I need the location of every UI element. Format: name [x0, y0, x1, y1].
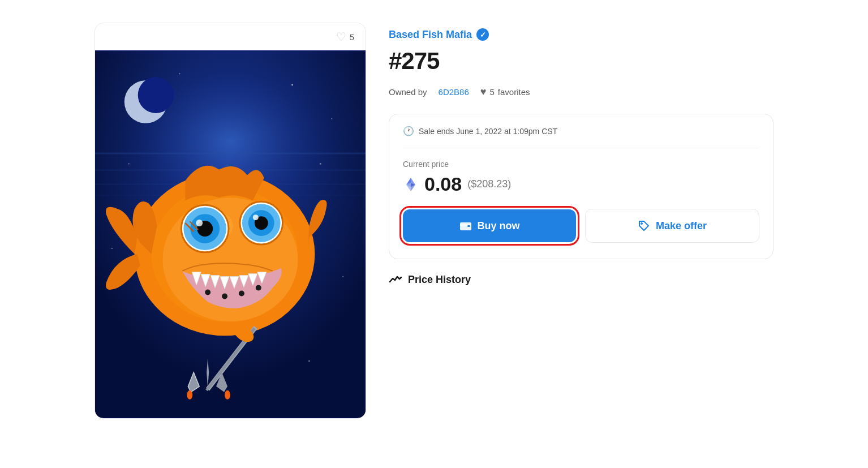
svg-point-47 [256, 285, 261, 291]
svg-point-50 [187, 390, 192, 400]
svg-rect-14 [95, 153, 366, 154]
tag-icon [638, 220, 650, 232]
wallet-icon [459, 220, 472, 232]
svg-point-11 [308, 360, 310, 362]
svg-point-8 [111, 248, 113, 249]
price-history-label: Price History [408, 274, 471, 286]
buy-now-label: Buy now [478, 220, 520, 232]
clock-icon: 🕐 [403, 126, 414, 136]
eth-icon [403, 177, 419, 192]
svg-point-51 [225, 390, 230, 400]
make-offer-label: Make offer [656, 220, 707, 232]
eth-amount: 0.08 [424, 173, 462, 195]
sale-ends-text: Sale ends June 1, 2022 at 1:09pm CST [419, 127, 557, 136]
make-offer-button[interactable]: Make offer [585, 209, 759, 243]
owned-by-label: Owned by [389, 87, 427, 97]
favorites-label: favorites [498, 87, 530, 97]
nft-token-id: #275 [389, 48, 774, 75]
current-price-label: Current price [403, 160, 759, 169]
heart-icon[interactable]: ♡ [336, 30, 346, 44]
sale-ends-row: 🕐 Sale ends June 1, 2022 at 1:09pm CST [403, 126, 759, 148]
owner-address-link[interactable]: 6D2B86 [439, 87, 469, 97]
svg-rect-60 [467, 225, 470, 227]
header-favorite-count: 5 [350, 32, 354, 42]
buy-now-button[interactable]: Buy now [403, 209, 576, 242]
svg-point-9 [342, 276, 343, 277]
svg-point-3 [179, 73, 180, 74]
action-buttons: Buy now Make offer [403, 209, 759, 243]
usd-amount: ($208.23) [467, 178, 511, 190]
nft-card-header: ♡ 5 [95, 23, 366, 50]
nft-meta: Owned by 6D2B86 ♥ 5 favorites [389, 86, 774, 98]
svg-point-6 [128, 164, 130, 165]
price-row: 0.08 ($208.23) [403, 173, 759, 195]
svg-point-13 [138, 77, 174, 113]
nft-card: ♡ 5 [94, 23, 366, 419]
svg-point-4 [291, 84, 293, 86]
svg-point-7 [320, 163, 321, 165]
sale-card: 🕐 Sale ends June 1, 2022 at 1:09pm CST C… [389, 114, 774, 259]
svg-point-61 [641, 222, 643, 225]
svg-point-5 [331, 118, 332, 119]
page-container: ♡ 5 [94, 11, 774, 419]
collection-name-row: Based Fish Mafia [389, 28, 774, 41]
svg-point-44 [205, 290, 210, 295]
favorites-meta: ♥ 5 favorites [480, 86, 530, 98]
svg-point-45 [222, 294, 227, 299]
svg-point-32 [253, 214, 259, 220]
nft-artwork [95, 50, 366, 418]
heart-filled-icon: ♥ [480, 86, 487, 98]
favorites-count: 5 [489, 87, 494, 97]
collection-name-link[interactable]: Based Fish Mafia [389, 29, 472, 41]
price-history-section: Price History [389, 273, 774, 286]
svg-point-46 [239, 291, 244, 297]
chart-icon [389, 273, 402, 286]
nft-image [95, 50, 366, 418]
nft-details: Based Fish Mafia #275 Owned by 6D2B86 ♥ … [389, 23, 774, 419]
svg-point-26 [196, 220, 203, 226]
verified-badge [476, 28, 489, 41]
